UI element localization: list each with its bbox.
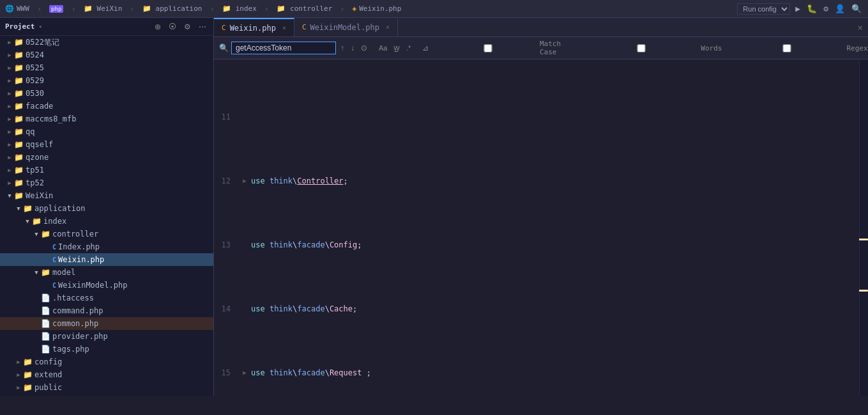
topbar-application[interactable]: 📁 application (142, 4, 202, 13)
folder-icon: 📁 (14, 140, 24, 149)
folder-icon: 📁 (14, 166, 24, 175)
folder-icon: 📁 (41, 230, 50, 239)
close-tab-2[interactable]: × (386, 24, 390, 31)
arrow-open-icon: ▼ (23, 218, 32, 224)
folder-icon: 📁 (32, 217, 42, 226)
run-config-dropdown[interactable]: Run config (737, 3, 790, 15)
tree-item-controller[interactable]: ▼ 📁 controller (0, 228, 213, 240)
tree-item[interactable]: ▶ 📁 0524 (0, 49, 213, 61)
folder-icon: 📁 (14, 127, 24, 136)
match-case-option[interactable]: Match Case (438, 40, 576, 56)
search-regex-btn[interactable]: .* (404, 43, 413, 53)
php-file-icon: C (52, 244, 56, 251)
words-checkbox[interactable] (584, 44, 699, 52)
tree-item-index[interactable]: ▼ 📁 index (0, 215, 213, 228)
tree-item-provider[interactable]: 📄 provider.php (0, 330, 213, 343)
line-12: 12 ▶ use think\Controller; (217, 175, 859, 187)
tree-item-application[interactable]: ▼ 📁 application (0, 202, 213, 215)
folder-icon: 📁 (14, 51, 24, 59)
globe-icon: 🌐 (5, 4, 14, 13)
search-word-btn[interactable]: W̲ (392, 43, 402, 53)
topbar-php[interactable]: php (49, 5, 63, 13)
search-next-btn[interactable]: ↓ (349, 42, 356, 54)
close-tab-1[interactable]: × (282, 24, 286, 31)
run-icon[interactable]: ▶ (794, 3, 802, 15)
tree-item[interactable]: ▶ 📁 maccms8_mfb (0, 113, 213, 125)
tree-item[interactable]: ▶ 📁 tp51 (0, 164, 213, 176)
tree-item[interactable]: ▶ 📁 0530 (0, 87, 213, 100)
debug-icon[interactable]: 🐛 (805, 3, 818, 15)
folder-icon: 📁 (23, 204, 33, 213)
arrow-icon: ▶ (14, 372, 23, 378)
arrow-open-icon: ▼ (5, 192, 14, 199)
folder-icon: 📁 (23, 370, 33, 379)
tree-item-weixin[interactable]: ▼ 📁 WeiXin (0, 189, 213, 202)
tree-item-config[interactable]: ▶ 📁 config (0, 356, 213, 368)
tree-item-public[interactable]: ▶ 📁 public (0, 381, 213, 394)
tree-item-weixin-php[interactable]: C Weixin.php (0, 253, 213, 266)
sidebar-more-btn[interactable]: ⋯ (197, 21, 208, 33)
editor-area: C Weixin.php × C WeixinModel.php × × 🔍 ↑… (214, 18, 868, 396)
tab-weixin-php[interactable]: C Weixin.php × (214, 18, 294, 36)
search-find-usages-btn[interactable]: ⊙ (359, 42, 369, 54)
tree-item[interactable]: ▶ 📁 qqself (0, 138, 213, 151)
regex-option[interactable]: Regex (729, 44, 867, 52)
arrow-icon: ▶ (14, 359, 23, 365)
user-icon[interactable]: 👤 (834, 3, 846, 15)
tree-item-index-php[interactable]: C Index.php (0, 240, 213, 253)
search-filter-icon[interactable]: ⊿ (420, 42, 430, 54)
search-bar: 🔍 ↑ ↓ ⊙ Aa W̲ .* ⊿ Match Case Words Rege… (214, 37, 868, 59)
close-editor-icon[interactable]: × (858, 22, 863, 33)
sidebar-add-btn[interactable]: ⊕ (153, 21, 163, 33)
topbar-index[interactable]: 📁 index (222, 4, 257, 13)
folder-icon-4: 📁 (277, 4, 286, 13)
line-11: 11 (217, 111, 859, 123)
line-15: 15 ▶ use think\facade\Request ; (217, 366, 859, 379)
folder-icon: 📁 (14, 178, 24, 187)
collapse-15[interactable]: ▶ (238, 366, 251, 379)
sidebar-locate-btn[interactable]: ⦿ (167, 21, 178, 33)
topbar-weixin[interactable]: 📁 WeiXin (84, 4, 123, 13)
code-body: 11 12 ▶ use think\Controller; 13 use thi… (214, 59, 859, 396)
tree-item[interactable]: ▶ 📁 qzone (0, 151, 213, 164)
arrow-open-icon: ▼ (14, 205, 23, 212)
search-icon[interactable]: 🔍 (850, 3, 863, 15)
regex-checkbox[interactable] (729, 44, 844, 52)
tree-item-extend[interactable]: ▶ 📁 extend (0, 368, 213, 381)
folder-icon: 📁 (84, 4, 93, 13)
tree-item[interactable]: ▶ 📁 0529 (0, 74, 213, 87)
tree-item-model[interactable]: ▼ 📁 model (0, 266, 213, 279)
gutter-match-1 (859, 239, 868, 240)
search-prev-btn[interactable]: ↑ (339, 42, 346, 54)
folder-icon: 📁 (14, 63, 24, 72)
arrow-icon: ▶ (5, 180, 14, 186)
tree-item-common[interactable]: 📄 common.php (0, 317, 213, 330)
collapse-12[interactable]: ▶ (238, 175, 251, 187)
line-13: 13 use think\facade\Config; (217, 239, 859, 251)
match-case-checkbox[interactable] (438, 44, 538, 52)
tree-item[interactable]: ▶ 📁 qq (0, 125, 213, 138)
sidebar-settings-btn[interactable]: ⚙ (182, 21, 193, 33)
search-filter-btn[interactable]: Aa (377, 43, 389, 53)
topbar-controller[interactable]: 📁 controller (277, 4, 332, 13)
tab-weixin-model[interactable]: C WeixinModel.php × (294, 18, 398, 36)
topbar-file[interactable]: ◈ Weixin.php (353, 4, 402, 13)
topbar-www[interactable]: 🌐 WWW (5, 4, 29, 13)
tree-item[interactable]: ▶ 📁 0522笔记 (0, 36, 213, 49)
tree-item[interactable]: ▶ 📁 facade (0, 100, 213, 113)
editor-content[interactable]: 11 12 ▶ use think\Controller; 13 use thi… (214, 59, 868, 396)
words-option[interactable]: Words (584, 44, 722, 52)
file-gen-icon: 📄 (41, 319, 50, 328)
tree-item-htaccess[interactable]: 📄 .htaccess (0, 292, 213, 304)
close-search-bar: × (853, 18, 868, 36)
tree-item[interactable]: ▶ 📁 tp52 (0, 176, 213, 189)
tree-item-weixin-model[interactable]: C WeixinModel.php (0, 279, 213, 292)
settings-icon[interactable]: ⚙ (822, 3, 830, 15)
arrow-open-icon: ▼ (32, 269, 41, 276)
folder-icon: 📁 (23, 357, 33, 366)
tree-item[interactable]: ▶ 📁 0525 (0, 61, 213, 74)
search-input[interactable] (231, 42, 336, 54)
tree-item-tags[interactable]: 📄 tags.php (0, 343, 213, 356)
tree-item-command[interactable]: 📄 command.php (0, 304, 213, 317)
arrow-icon: ▶ (5, 39, 14, 45)
